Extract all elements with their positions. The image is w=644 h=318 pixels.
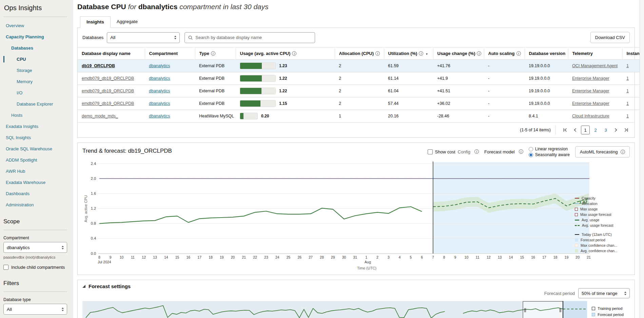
svg-text:9: 9 [110,255,112,259]
automl-forecasting-button[interactable]: AutoML forecasting i [575,146,630,157]
info-icon[interactable]: i [419,51,423,56]
compartment-link[interactable]: dbanalytics [149,89,170,93]
include-child-compartments-checkbox[interactable] [3,265,8,270]
sidebar-item-oracle-sql-warehouse[interactable]: Oracle SQL Warehouse [3,146,67,152]
usage-change-value: +36.02 [433,97,484,110]
info-icon[interactable]: i [516,51,521,56]
compartment-link[interactable]: dbanalytics [149,101,170,106]
sidebar-item-databases[interactable]: Databases [3,45,67,51]
info-icon[interactable]: i [474,149,479,154]
sidebar-item-database-explorer[interactable]: Database Explorer [3,101,67,107]
scrollbar[interactable] [640,0,644,318]
sidebar-item-addm-spotlight[interactable]: ADDM Spotlight [3,157,67,163]
sidebar-item-cpu[interactable]: CPU [3,56,67,62]
telemetry-link[interactable]: Enterprise Manager [572,76,609,81]
utilization-value: 61.59 [384,60,433,72]
col-database-display-name[interactable]: Database display name [78,48,145,60]
tab-aggregate[interactable]: Aggregate [111,16,144,27]
col-instances[interactable]: Instances [622,48,640,60]
table-row[interactable]: demo_mode_mds_ dbanalytics HeatWave MySQ… [78,110,640,123]
db-name-link[interactable]: demo_mode_mds_ [82,114,118,118]
col-utilization[interactable]: Utilization (%)i▼ [384,48,433,60]
max-confidence-legend-icon [575,244,578,247]
svg-text:24: 24 [275,255,279,259]
page-button-2[interactable]: 2 [591,126,600,134]
next-page-button[interactable] [611,126,620,134]
info-icon[interactable]: i [519,149,523,154]
instances-link[interactable]: 1 [626,76,629,81]
table-row[interactable]: emdb079_db19_ORCLPDB dbanalytics Externa… [78,97,640,110]
legend-label: Capacity [582,196,596,200]
page-button-1[interactable]: 1 [581,126,590,134]
sidebar: Ops Insights Overview Capacity Planning … [0,0,73,318]
collapse-triangle-icon[interactable] [82,285,85,288]
svg-text:0.4: 0.4 [91,236,96,240]
tab-insights[interactable]: Insights [80,16,111,28]
col-usage-change[interactable]: Usage change (%)i [433,48,484,60]
col-compartment[interactable]: Compartment [145,48,195,60]
info-icon[interactable]: i [477,51,481,56]
compartment-select[interactable]: dbanalytics [3,242,67,253]
forecast-period-value: 50% of time range [582,291,618,296]
telemetry-link[interactable]: Enterprise Manager [572,89,609,93]
db-name-link[interactable]: db19_ORCLPDB [82,63,115,68]
sidebar-item-dashboards[interactable]: Dashboards [3,190,67,197]
timeline-chart[interactable]: Sep2023OctNovDecJan2024FebMarAprMayJunJu… [82,301,587,318]
info-icon[interactable]: i [211,51,215,56]
info-icon[interactable]: i [292,51,296,56]
download-csv-button[interactable]: Download CSV [590,32,630,43]
sidebar-item-exadata-insights[interactable]: Exadata Insights [3,123,67,130]
info-icon[interactable]: i [375,51,380,56]
sidebar-item-hosts[interactable]: Hosts [3,112,67,118]
sidebar-item-memory[interactable]: Memory [3,78,67,85]
col-usage[interactable]: Usage (avg. active CPU)i [236,48,335,60]
db-name-link[interactable]: emdb079_db19_ORCLPDB [82,101,134,106]
linear-regression-radio[interactable] [529,147,533,151]
sidebar-item-awr-hub[interactable]: AWR Hub [3,168,67,174]
db-name-link[interactable]: emdb079_db19_ORCLPDB [82,89,134,93]
sidebar-item-storage[interactable]: Storage [3,67,67,74]
compartment-link[interactable]: dbanalytics [149,114,170,118]
table-row[interactable]: emdb079_db19_ORCLPDB dbanalytics Externa… [78,72,640,85]
sidebar-item-capacity-planning[interactable]: Capacity Planning [3,34,67,40]
search-input[interactable] [195,35,311,40]
instances-link[interactable]: 1 [626,89,629,93]
show-cost-checkbox[interactable] [428,149,433,154]
col-type[interactable]: Typei [195,48,236,60]
forecast-period-select[interactable]: 50% of time range [578,288,630,298]
instances-link[interactable]: 1 [626,101,629,106]
col-allocation[interactable]: Allocation (CPU)i [335,48,384,60]
col-auto-scaling[interactable]: Auto scalingi [484,48,525,60]
instances-link[interactable]: 1 [626,114,629,118]
usage-bar [240,113,258,119]
usage-value: 0.20 [261,114,269,118]
first-page-button[interactable] [561,126,569,134]
seasonality-aware-radio[interactable] [529,153,533,157]
trend-chart[interactable]: 0.00.40.81.21.62.02.48910111213141516171… [82,160,633,272]
previous-page-button[interactable] [571,126,580,134]
compartment-link[interactable]: dbanalytics [149,63,170,68]
sidebar-item-exadata-warehouse[interactable]: Exadata Warehouse [3,179,67,186]
telemetry-link[interactable]: OCI Management Agent [572,63,618,68]
sidebar-item-administration[interactable]: Administration [3,202,67,208]
db-name-link[interactable]: emdb079_db19_ORCLPDB [82,76,134,81]
databases-filter-select[interactable]: All [107,32,180,43]
table-row[interactable]: db19_ORCLPDB dbanalytics External PDB 1.… [78,60,640,72]
table-row[interactable]: emdb079_db19_ORCLPDB dbanalytics Externa… [78,85,640,97]
instances-link[interactable]: 1 [626,63,629,68]
config-link[interactable]: Config [458,149,471,154]
sidebar-item-overview[interactable]: Overview [3,22,67,29]
max-usage-forecast-legend-icon [575,213,578,216]
database-type-select[interactable]: All [3,304,67,315]
timeline-legend: Training period Forecast period Today (1… [592,301,630,318]
sidebar-item-io[interactable]: I/O [3,90,67,96]
telemetry-link[interactable]: Cloud Infrastructure [572,114,609,118]
legend-label: Training period [598,306,622,311]
sidebar-item-sql-insights[interactable]: SQL Insights [3,134,67,141]
page-button-3[interactable]: 3 [601,126,610,134]
last-page-button[interactable] [622,126,630,134]
col-telemetry[interactable]: Telemetry [568,48,622,60]
col-database-version[interactable]: Database version [525,48,568,60]
telemetry-link[interactable]: Enterprise Manager [572,101,609,106]
compartment-link[interactable]: dbanalytics [149,76,170,81]
